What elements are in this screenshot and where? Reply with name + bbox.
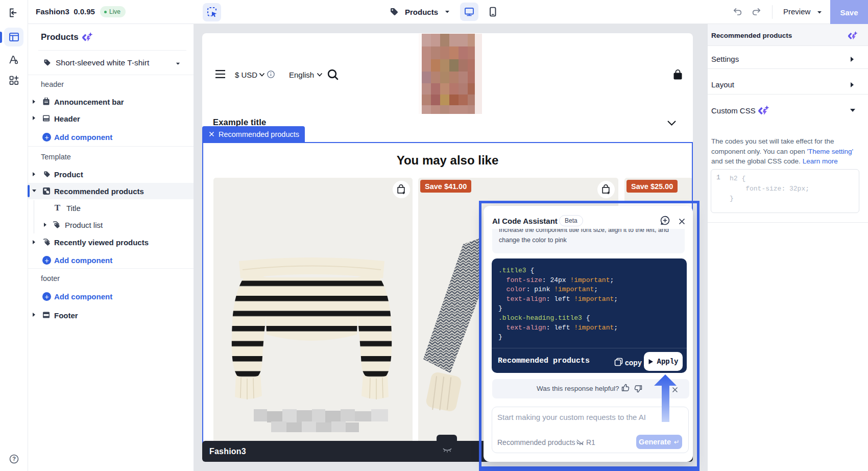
svg-text:?: ?: [12, 456, 16, 462]
